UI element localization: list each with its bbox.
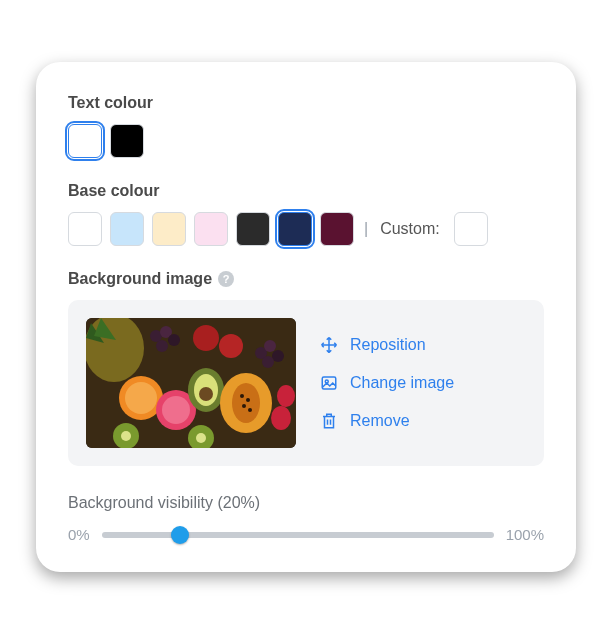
svg-point-24: [248, 408, 252, 412]
svg-point-4: [168, 334, 180, 346]
base-colour-swatch-3[interactable]: [152, 212, 186, 246]
svg-point-10: [193, 325, 219, 351]
svg-point-9: [262, 356, 274, 368]
text-colour-label: Text colour: [68, 94, 544, 112]
custom-colour-swatch[interactable]: [454, 212, 488, 246]
slider-max-label: 100%: [506, 526, 544, 543]
base-colour-swatch-1[interactable]: [68, 212, 102, 246]
svg-point-23: [242, 404, 246, 408]
svg-point-20: [232, 383, 260, 423]
background-image-panel: Reposition Change image Remove: [68, 300, 544, 466]
svg-point-5: [156, 340, 168, 352]
background-image-actions: Reposition Change image Remove: [320, 318, 454, 448]
background-image-label: Background image ?: [68, 270, 544, 288]
appearance-panel: Text colour Base colour | Custom: Backgr…: [36, 62, 576, 572]
base-colour-label: Base colour: [68, 182, 544, 200]
reposition-button[interactable]: Reposition: [320, 336, 454, 354]
remove-button[interactable]: Remove: [320, 412, 454, 430]
move-icon: [320, 336, 338, 354]
custom-separator: |: [364, 220, 368, 238]
svg-point-29: [271, 406, 291, 430]
slider-min-label: 0%: [68, 526, 90, 543]
text-colour-swatches: [68, 124, 544, 158]
reposition-label: Reposition: [350, 336, 426, 354]
change-image-button[interactable]: Change image: [320, 374, 454, 392]
svg-point-26: [121, 431, 131, 441]
svg-point-15: [162, 396, 190, 424]
svg-point-22: [246, 398, 250, 402]
custom-colour-label: Custom:: [380, 220, 440, 238]
svg-point-18: [199, 387, 213, 401]
text-colour-swatch-white[interactable]: [68, 124, 102, 158]
base-colour-swatch-6[interactable]: [278, 212, 312, 246]
slider-thumb[interactable]: [171, 526, 189, 544]
background-image-label-text: Background image: [68, 270, 212, 288]
svg-point-28: [196, 433, 206, 443]
image-icon: [320, 374, 338, 392]
remove-label: Remove: [350, 412, 410, 430]
visibility-slider-row: 0% 100%: [68, 526, 544, 544]
base-colour-swatch-4[interactable]: [194, 212, 228, 246]
base-colour-swatch-5[interactable]: [236, 212, 270, 246]
background-image-thumbnail[interactable]: [86, 318, 296, 448]
base-colour-swatches: | Custom:: [68, 212, 544, 246]
svg-point-8: [272, 350, 284, 362]
background-visibility-label: Background visibility (20%): [68, 494, 544, 512]
svg-point-7: [264, 340, 276, 352]
visibility-slider[interactable]: [102, 526, 494, 544]
base-colour-swatch-7[interactable]: [320, 212, 354, 246]
base-colour-swatch-2[interactable]: [110, 212, 144, 246]
svg-point-11: [219, 334, 243, 358]
svg-point-21: [240, 394, 244, 398]
text-colour-swatch-black[interactable]: [110, 124, 144, 158]
slider-track: [102, 532, 494, 538]
svg-point-13: [125, 382, 157, 414]
trash-icon: [320, 412, 338, 430]
change-image-label: Change image: [350, 374, 454, 392]
help-icon[interactable]: ?: [218, 271, 234, 287]
svg-point-30: [277, 385, 295, 407]
